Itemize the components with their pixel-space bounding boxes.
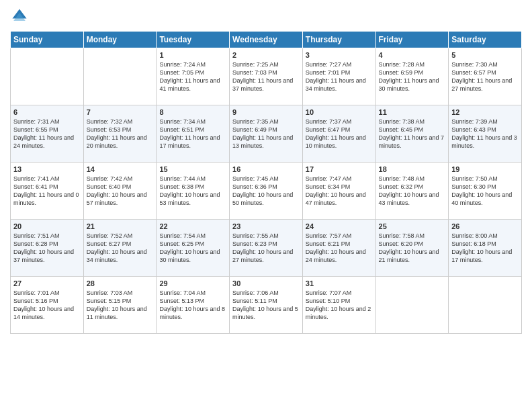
calendar-cell: 25Sunrise: 7:58 AMSunset: 6:20 PMDayligh…	[375, 220, 449, 277]
cell-details: Sunrise: 7:47 AMSunset: 6:34 PMDaylight:…	[306, 175, 373, 208]
calendar-cell: 14Sunrise: 7:42 AMSunset: 6:40 PMDayligh…	[83, 163, 157, 220]
cell-details: Sunrise: 7:38 AMSunset: 6:45 PMDaylight:…	[379, 118, 446, 150]
day-number: 28	[87, 279, 154, 287]
weekday-header-friday: Friday	[375, 32, 449, 48]
page: SundayMondayTuesdayWednesdayThursdayFrid…	[0, 0, 532, 411]
calendar-cell: 6Sunrise: 7:31 AMSunset: 6:55 PMDaylight…	[11, 105, 84, 163]
cell-details: Sunrise: 7:24 AMSunset: 7:05 PMDaylight:…	[159, 60, 226, 93]
calendar-cell	[83, 48, 157, 105]
calendar-cell: 23Sunrise: 7:55 AMSunset: 6:23 PMDayligh…	[230, 220, 303, 277]
calendar-cell: 19Sunrise: 7:50 AMSunset: 6:30 PMDayligh…	[449, 163, 522, 220]
calendar-cell: 22Sunrise: 7:54 AMSunset: 6:25 PMDayligh…	[157, 220, 230, 277]
cell-details: Sunrise: 7:01 AMSunset: 5:16 PMDaylight:…	[13, 289, 81, 322]
day-number: 21	[87, 222, 154, 230]
day-number: 30	[232, 279, 300, 287]
cell-details: Sunrise: 7:25 AMSunset: 7:03 PMDaylight:…	[232, 60, 300, 93]
day-number: 12	[451, 108, 519, 116]
cell-details: Sunrise: 7:39 AMSunset: 6:43 PMDaylight:…	[451, 118, 519, 150]
calendar-cell	[449, 277, 522, 334]
weekday-header-tuesday: Tuesday	[157, 32, 230, 48]
calendar-cell: 11Sunrise: 7:38 AMSunset: 6:45 PMDayligh…	[375, 105, 449, 163]
cell-details: Sunrise: 7:28 AMSunset: 6:59 PMDaylight:…	[379, 60, 446, 93]
day-number: 13	[13, 165, 81, 173]
calendar-cell: 24Sunrise: 7:57 AMSunset: 6:21 PMDayligh…	[302, 220, 375, 277]
calendar-cell: 17Sunrise: 7:47 AMSunset: 6:34 PMDayligh…	[302, 163, 375, 220]
week-row-5: 27Sunrise: 7:01 AMSunset: 5:16 PMDayligh…	[11, 277, 522, 334]
day-number: 4	[379, 51, 446, 59]
calendar-cell: 10Sunrise: 7:37 AMSunset: 6:47 PMDayligh…	[302, 105, 375, 163]
calendar-cell: 16Sunrise: 7:45 AMSunset: 6:36 PMDayligh…	[230, 163, 303, 220]
day-number: 5	[451, 51, 519, 59]
day-number: 17	[306, 165, 373, 173]
day-number: 15	[159, 165, 226, 173]
cell-details: Sunrise: 7:06 AMSunset: 5:11 PMDaylight:…	[232, 289, 300, 322]
calendar-cell: 2Sunrise: 7:25 AMSunset: 7:03 PMDaylight…	[230, 48, 303, 105]
weekday-header-saturday: Saturday	[449, 32, 522, 48]
day-number: 19	[451, 165, 519, 173]
day-number: 9	[232, 108, 300, 116]
day-number: 7	[87, 108, 154, 116]
calendar-cell: 31Sunrise: 7:07 AMSunset: 5:10 PMDayligh…	[302, 277, 375, 334]
cell-details: Sunrise: 8:00 AMSunset: 6:18 PMDaylight:…	[451, 232, 519, 265]
day-number: 8	[159, 108, 226, 116]
day-number: 31	[306, 279, 373, 287]
weekday-header-row: SundayMondayTuesdayWednesdayThursdayFrid…	[11, 32, 522, 48]
cell-details: Sunrise: 7:35 AMSunset: 6:49 PMDaylight:…	[232, 118, 300, 150]
cell-details: Sunrise: 7:45 AMSunset: 6:36 PMDaylight:…	[232, 175, 300, 208]
cell-details: Sunrise: 7:30 AMSunset: 6:57 PMDaylight:…	[451, 60, 519, 93]
logo	[10, 7, 32, 26]
day-number: 18	[379, 165, 446, 173]
cell-details: Sunrise: 7:50 AMSunset: 6:30 PMDaylight:…	[451, 175, 519, 208]
cell-details: Sunrise: 7:41 AMSunset: 6:41 PMDaylight:…	[13, 175, 81, 208]
cell-details: Sunrise: 7:42 AMSunset: 6:40 PMDaylight:…	[87, 175, 154, 208]
calendar-table: SundayMondayTuesdayWednesdayThursdayFrid…	[10, 31, 522, 334]
calendar-cell: 1Sunrise: 7:24 AMSunset: 7:05 PMDaylight…	[157, 48, 230, 105]
calendar-cell: 20Sunrise: 7:51 AMSunset: 6:28 PMDayligh…	[11, 220, 84, 277]
day-number: 2	[232, 51, 300, 59]
calendar-cell: 12Sunrise: 7:39 AMSunset: 6:43 PMDayligh…	[449, 105, 522, 163]
calendar-cell: 8Sunrise: 7:34 AMSunset: 6:51 PMDaylight…	[157, 105, 230, 163]
cell-details: Sunrise: 7:51 AMSunset: 6:28 PMDaylight:…	[13, 232, 81, 265]
day-number: 11	[379, 108, 446, 116]
day-number: 6	[13, 108, 81, 116]
cell-details: Sunrise: 7:34 AMSunset: 6:51 PMDaylight:…	[159, 118, 226, 150]
calendar-cell: 27Sunrise: 7:01 AMSunset: 5:16 PMDayligh…	[11, 277, 84, 334]
day-number: 14	[87, 165, 154, 173]
calendar-cell: 18Sunrise: 7:48 AMSunset: 6:32 PMDayligh…	[375, 163, 449, 220]
week-row-2: 6Sunrise: 7:31 AMSunset: 6:55 PMDaylight…	[11, 105, 522, 163]
day-number: 24	[306, 222, 373, 230]
cell-details: Sunrise: 7:55 AMSunset: 6:23 PMDaylight:…	[232, 232, 300, 265]
day-number: 25	[379, 222, 446, 230]
calendar-cell: 7Sunrise: 7:32 AMSunset: 6:53 PMDaylight…	[83, 105, 157, 163]
day-number: 20	[13, 222, 81, 230]
weekday-header-thursday: Thursday	[302, 32, 375, 48]
weekday-header-monday: Monday	[83, 32, 157, 48]
cell-details: Sunrise: 7:44 AMSunset: 6:38 PMDaylight:…	[159, 175, 226, 208]
cell-details: Sunrise: 7:03 AMSunset: 5:15 PMDaylight:…	[87, 289, 154, 322]
calendar-cell: 3Sunrise: 7:27 AMSunset: 7:01 PMDaylight…	[302, 48, 375, 105]
header	[10, 7, 522, 26]
cell-details: Sunrise: 7:58 AMSunset: 6:20 PMDaylight:…	[379, 232, 446, 265]
calendar-cell: 5Sunrise: 7:30 AMSunset: 6:57 PMDaylight…	[449, 48, 522, 105]
cell-details: Sunrise: 7:07 AMSunset: 5:10 PMDaylight:…	[306, 289, 373, 322]
day-number: 26	[451, 222, 519, 230]
cell-details: Sunrise: 7:32 AMSunset: 6:53 PMDaylight:…	[87, 118, 154, 150]
cell-details: Sunrise: 7:54 AMSunset: 6:25 PMDaylight:…	[159, 232, 226, 265]
calendar-cell: 28Sunrise: 7:03 AMSunset: 5:15 PMDayligh…	[83, 277, 157, 334]
logo-icon	[10, 7, 29, 26]
day-number: 3	[306, 51, 373, 59]
calendar-cell	[375, 277, 449, 334]
cell-details: Sunrise: 7:37 AMSunset: 6:47 PMDaylight:…	[306, 118, 373, 150]
day-number: 1	[159, 51, 226, 59]
cell-details: Sunrise: 7:57 AMSunset: 6:21 PMDaylight:…	[306, 232, 373, 265]
calendar-cell: 26Sunrise: 8:00 AMSunset: 6:18 PMDayligh…	[449, 220, 522, 277]
day-number: 23	[232, 222, 300, 230]
cell-details: Sunrise: 7:04 AMSunset: 5:13 PMDaylight:…	[159, 289, 226, 322]
weekday-header-sunday: Sunday	[11, 32, 84, 48]
day-number: 29	[159, 279, 226, 287]
day-number: 22	[159, 222, 226, 230]
day-number: 10	[306, 108, 373, 116]
week-row-3: 13Sunrise: 7:41 AMSunset: 6:41 PMDayligh…	[11, 163, 522, 220]
weekday-header-wednesday: Wednesday	[230, 32, 303, 48]
calendar-cell: 9Sunrise: 7:35 AMSunset: 6:49 PMDaylight…	[230, 105, 303, 163]
